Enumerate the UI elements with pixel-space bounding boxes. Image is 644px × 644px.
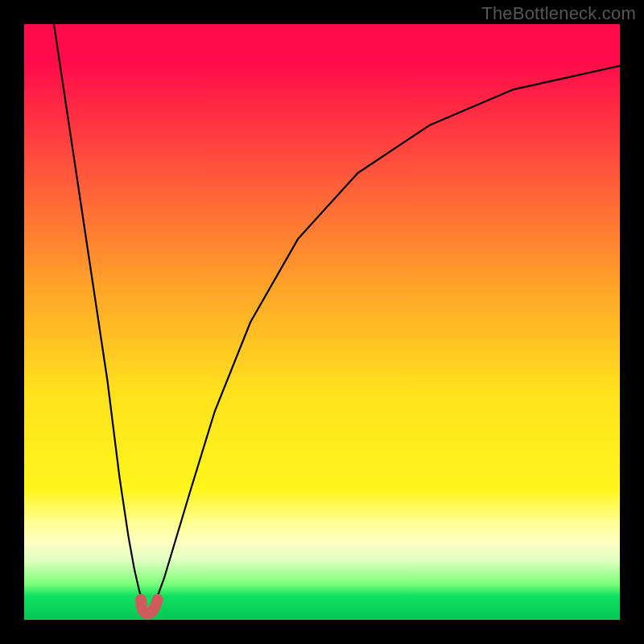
chart-frame: TheBottleneck.com bbox=[0, 0, 644, 644]
marker-u-path bbox=[141, 600, 158, 613]
plot-area bbox=[24, 24, 620, 620]
curve-left-path bbox=[54, 24, 144, 605]
watermark-label: TheBottleneck.com bbox=[481, 3, 636, 24]
curve-layer bbox=[24, 24, 620, 620]
curve-right-path bbox=[154, 66, 620, 605]
